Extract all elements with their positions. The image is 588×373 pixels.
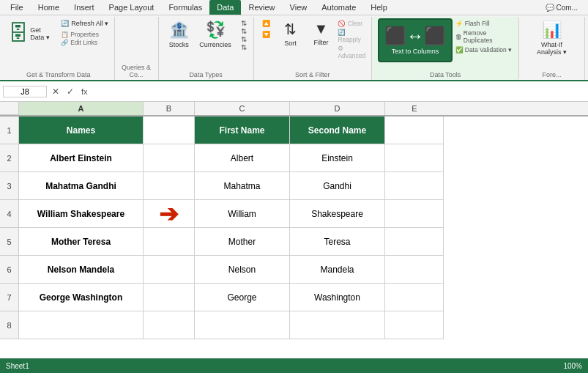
cell-e6[interactable] (385, 256, 444, 284)
cell-a2[interactable]: Albert Einstein (19, 144, 144, 172)
col-header-d[interactable]: D (290, 102, 385, 115)
reapply-button[interactable]: 🔄 Reapply (338, 29, 365, 43)
row-header-6[interactable]: 6 (0, 256, 19, 284)
cell-d8[interactable] (290, 311, 385, 339)
cell-c3[interactable]: Mahatma (195, 172, 290, 200)
currencies-button[interactable]: 💱 Currencies (196, 18, 235, 51)
cell-a3[interactable]: Mahatma Gandhi (19, 172, 144, 200)
cell-a1[interactable]: Names (19, 117, 144, 144)
what-if-label: What-IfAnalysis ▾ (537, 41, 567, 56)
tab-home[interactable]: Home (31, 0, 67, 15)
col-header-b[interactable]: B (144, 102, 195, 115)
tab-view[interactable]: View (283, 0, 315, 15)
cell-c2[interactable]: Albert (195, 144, 290, 172)
advanced-button[interactable]: ⚙ Advanced (338, 45, 365, 59)
cell-e3[interactable] (385, 172, 444, 200)
text-to-columns-icon: ⬛↔⬛ (384, 26, 446, 46)
cell-b7[interactable] (144, 284, 195, 311)
cell-a5[interactable]: Mother Teresa (19, 228, 144, 256)
text-to-columns-label: Text to Columns (392, 48, 439, 56)
formula-input[interactable] (94, 86, 585, 97)
row-header-7[interactable]: 7 (0, 284, 19, 311)
cell-e8[interactable] (385, 311, 444, 339)
row-headers: 1 2 3 4 5 6 7 8 (0, 117, 19, 358)
cell-b6[interactable] (144, 256, 195, 284)
group-data-tools: ⬛↔⬛ Text to Columns ⚡Flash Fill 🗑Remove … (372, 17, 519, 80)
cell-d4[interactable]: Shakespeare (290, 200, 385, 228)
tab-review[interactable]: Review (241, 0, 282, 15)
cell-d1[interactable]: Second Name (290, 117, 385, 144)
col-header-c[interactable]: C (195, 102, 290, 115)
col-header-e[interactable]: E (385, 102, 444, 115)
cell-e5[interactable] (385, 228, 444, 256)
get-data-button[interactable]: 🗄 Get Data ▾ (5, 18, 56, 48)
edit-links-icon: 🔗 (61, 39, 69, 46)
cell-c8[interactable] (195, 311, 290, 339)
cell-b4[interactable]: ➔ (144, 200, 195, 228)
cell-c6[interactable]: Nelson (195, 256, 290, 284)
tab-automate[interactable]: Automate (314, 0, 363, 15)
tab-help[interactable]: Help (363, 0, 395, 15)
cell-e7[interactable] (385, 284, 444, 311)
confirm-formula-button[interactable]: ✓ (64, 86, 76, 97)
row-header-5[interactable]: 5 (0, 228, 19, 256)
text-to-columns-button[interactable]: ⬛↔⬛ Text to Columns (378, 18, 453, 62)
group-label-queries: Queries & Co... (115, 64, 158, 78)
cell-b3[interactable] (144, 172, 195, 200)
what-if-icon: 📊 (542, 21, 562, 40)
sort-button[interactable]: ⇅ Sort (276, 18, 304, 49)
database-icon: 🗄 (8, 21, 29, 45)
sort-label: Sort (284, 40, 297, 47)
cell-a8[interactable] (19, 311, 144, 339)
what-if-analysis-button[interactable]: 📊 What-IfAnalysis ▾ (533, 18, 570, 58)
cell-d5[interactable]: Teresa (290, 228, 385, 256)
insert-function-button[interactable]: fx (79, 86, 90, 97)
clear-button[interactable]: 🚫 Clear (338, 20, 365, 27)
flash-fill-button[interactable]: ⚡Flash Fill (455, 20, 513, 27)
row-header-2[interactable]: 2 (0, 144, 19, 172)
cell-d7[interactable]: Washington (290, 284, 385, 311)
col-header-a[interactable]: A (19, 102, 144, 115)
tab-comment[interactable]: 💬 Com... (538, 0, 585, 15)
az-sort-button[interactable]: 🔼 (259, 18, 273, 29)
cell-b8[interactable] (144, 311, 195, 339)
za-sort-button[interactable]: 🔽 (259, 29, 273, 40)
cell-reference-input[interactable] (3, 86, 47, 97)
tab-file[interactable]: File (3, 0, 31, 15)
tab-formulas[interactable]: Formulas (161, 0, 209, 15)
tab-data[interactable]: Data (209, 0, 241, 15)
tab-insert[interactable]: Insert (67, 0, 102, 15)
cell-c7[interactable]: George (195, 284, 290, 311)
cell-d6[interactable]: Mandela (290, 256, 385, 284)
get-data-label2: Data ▾ (30, 34, 50, 41)
cell-e1[interactable] (385, 117, 444, 144)
cell-d3[interactable]: Gandhi (290, 172, 385, 200)
cell-b5[interactable] (144, 228, 195, 256)
cell-c4[interactable]: William (195, 200, 290, 228)
cell-e4[interactable] (385, 200, 444, 228)
filter-button[interactable]: ▼ Filter (307, 18, 335, 48)
cell-b2[interactable] (144, 144, 195, 172)
row-header-8[interactable]: 8 (0, 311, 19, 339)
cell-e2[interactable] (385, 144, 444, 172)
row-header-4[interactable]: 4 (0, 200, 19, 228)
refresh-all-button[interactable]: 🔄 Refresh All ▾ (58, 18, 111, 29)
cell-a4[interactable]: William Shakespeare (19, 200, 144, 228)
cell-d2[interactable]: Einstein (290, 144, 385, 172)
cancel-formula-button[interactable]: ✕ (50, 86, 62, 97)
cell-b1[interactable] (144, 117, 195, 144)
formula-controls: ✕ ✓ fx (50, 86, 90, 97)
cell-c1[interactable]: First Name (195, 117, 290, 144)
table-row: Names First Name Second Name (19, 117, 444, 144)
cell-a7[interactable]: George Washington (19, 284, 144, 311)
table-row: Albert Einstein Albert Einstein (19, 144, 444, 172)
row-header-3[interactable]: 3 (0, 172, 19, 200)
formula-bar: ✕ ✓ fx (0, 81, 588, 102)
cell-c5[interactable]: Mother (195, 228, 290, 256)
tab-page-layout[interactable]: Page Layout (102, 0, 162, 15)
stocks-button[interactable]: 🏦 Stocks (165, 18, 193, 51)
row-header-1[interactable]: 1 (0, 117, 19, 144)
cell-a6[interactable]: Nelson Mandela (19, 256, 144, 284)
remove-duplicates-button[interactable]: 🗑Remove Duplicates (455, 29, 513, 44)
data-validation-button[interactable]: ✅Data Validation ▾ (455, 46, 513, 53)
